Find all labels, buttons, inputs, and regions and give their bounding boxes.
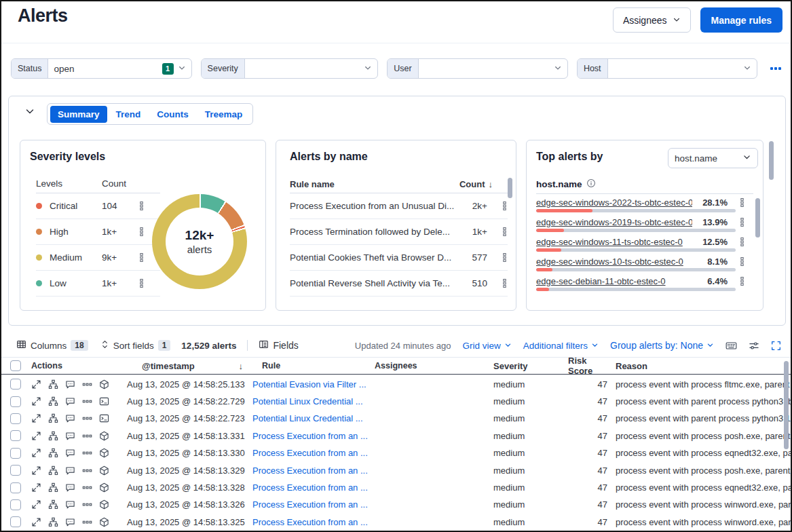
row-checkbox[interactable] [10,379,21,390]
keyboard-shortcuts-icon[interactable] [725,341,737,351]
more-actions-icon[interactable] [82,431,92,441]
row-checkbox[interactable] [10,413,21,424]
row-actions-icon[interactable] [487,278,508,288]
more-actions-icon[interactable] [82,379,92,390]
tab-counts[interactable]: Counts [149,106,196,123]
display-options-icon[interactable] [749,341,759,351]
severity-filter[interactable]: Severity [201,58,379,79]
comment-icon[interactable] [65,499,75,510]
row-actions-icon[interactable] [138,227,149,237]
comment-icon[interactable] [65,379,75,390]
row-actions-icon[interactable] [487,252,508,263]
expand-alert-icon[interactable] [31,431,41,441]
row-checkbox[interactable] [10,465,21,476]
rule-link[interactable]: Process Execution from an ... [252,517,368,527]
analyzer-icon[interactable] [48,379,58,390]
charts-section-scrollbar[interactable] [769,141,774,180]
fullscreen-icon[interactable] [771,341,781,351]
more-actions-icon[interactable] [82,413,92,423]
analyzer-icon[interactable] [48,413,58,423]
user-filter[interactable]: User [387,58,568,79]
comment-icon[interactable] [65,517,75,527]
comment-icon[interactable] [65,431,75,441]
rule-link[interactable]: Process Execution from an ... [252,499,368,510]
comment-icon[interactable] [65,466,75,476]
row-actions-icon[interactable] [138,278,149,288]
grid-view-button[interactable]: Grid view [462,341,511,351]
rule-link[interactable]: Potential Linux Credential ... [252,396,363,406]
risk-score-column-header[interactable]: Risk Score [568,358,607,374]
expand-alert-icon[interactable] [31,379,41,390]
rule-link[interactable]: Process Execution from an ... [252,466,368,476]
row-actions-icon[interactable] [728,217,745,227]
expand-alert-icon[interactable] [31,396,41,406]
rule-column-header[interactable]: Rule [252,358,375,374]
analyzer-icon[interactable] [48,466,58,476]
columns-button[interactable]: Columns 18 [16,339,88,352]
more-actions-icon[interactable] [82,448,92,458]
assignees-button[interactable]: Assignees [613,7,691,33]
group-alerts-by-button[interactable]: Group alerts by: None [610,340,714,351]
assignees-column-header[interactable]: Assignees [375,358,493,374]
collapse-section-icon[interactable] [24,106,35,119]
analyzer-icon[interactable] [48,448,58,458]
top-alerts-field-select[interactable]: host.name [668,148,758,168]
expand-alert-icon[interactable] [31,413,41,423]
rule-link[interactable]: Potential Evasion via Filter ... [252,379,366,390]
comment-icon[interactable] [65,396,75,406]
row-checkbox[interactable] [10,448,21,459]
analyzer-icon[interactable] [48,431,58,441]
row-actions-icon[interactable] [138,252,149,263]
row-checkbox[interactable] [10,499,21,510]
row-actions-icon[interactable] [728,197,745,208]
severity-column-header[interactable]: Severity [493,358,568,374]
expand-alert-icon[interactable] [31,499,41,510]
status-filter[interactable]: Status open 1 [11,58,192,79]
expand-alert-icon[interactable] [31,466,41,476]
tab-trend[interactable]: Trend [109,106,149,123]
more-actions-icon[interactable] [82,499,92,510]
info-icon[interactable] [586,178,596,190]
manage-rules-button[interactable]: Manage rules [700,7,782,33]
sort-fields-button[interactable]: Sort fields 1 [100,339,171,352]
host-filter[interactable]: Host [577,58,758,79]
comment-icon[interactable] [65,413,75,423]
more-actions-icon[interactable] [82,517,92,527]
comment-icon[interactable] [65,482,75,493]
more-actions-icon[interactable] [82,396,92,406]
row-checkbox[interactable] [10,482,21,493]
expand-alert-icon[interactable] [31,482,41,493]
more-filters-icon[interactable] [770,67,781,70]
tab-summary[interactable]: Summary [50,106,107,123]
rule-link[interactable]: Process Execution from an ... [252,431,368,441]
row-actions-icon[interactable] [138,201,149,211]
row-actions-icon[interactable] [728,237,745,247]
select-all-checkbox[interactable] [10,360,21,371]
additional-filters-button[interactable]: Additional filters [523,341,599,351]
row-actions-icon[interactable] [728,276,745,286]
comment-icon[interactable] [65,448,75,458]
expand-alert-icon[interactable] [31,448,41,458]
expand-alert-icon[interactable] [31,517,41,527]
top-alerts-scrollbar[interactable] [755,198,760,238]
more-actions-icon[interactable] [82,466,92,476]
rule-link[interactable]: Potential Linux Credential ... [252,413,363,423]
severity-donut-chart[interactable]: 12k+ alerts [152,194,247,289]
count-column-header[interactable]: Count↓ [453,179,493,189]
analyzer-icon[interactable] [48,517,58,527]
tab-treemap[interactable]: Treemap [197,106,250,123]
rule-link[interactable]: Process Execution from an ... [252,448,368,458]
fields-button[interactable]: Fields [259,339,298,352]
rule-link[interactable]: Process Execution from an ... [252,482,368,493]
row-actions-icon[interactable] [728,256,745,267]
more-actions-icon[interactable] [82,482,92,493]
timestamp-column-header[interactable]: @timestamp ↓ [127,358,252,374]
row-checkbox[interactable] [10,396,21,407]
analyzer-icon[interactable] [48,482,58,493]
alerts-by-name-scrollbar[interactable] [508,178,512,198]
row-actions-icon[interactable] [487,201,508,211]
reason-column-header[interactable]: Reason [607,358,791,374]
analyzer-icon[interactable] [48,499,58,510]
row-checkbox[interactable] [10,516,21,527]
table-scrollbar[interactable] [784,361,789,449]
